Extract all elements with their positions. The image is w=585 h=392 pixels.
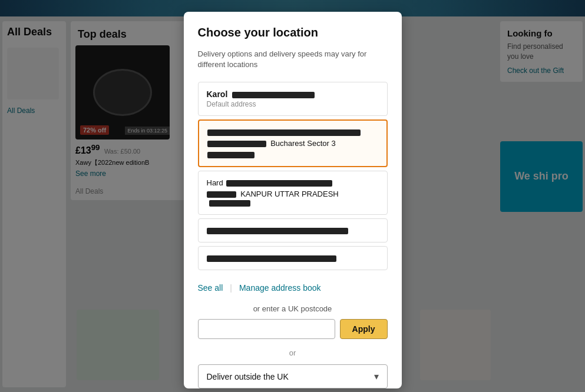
address-list: Karol Default address Bucharest Sector 3 [198,82,388,274]
address-line1 [207,128,378,137]
deliver-outside-label: Deliver outside the UK [207,372,289,381]
chevron-down-icon: ▾ [374,371,379,382]
address-redacted-7 [207,228,348,234]
address-redacted-3 [207,152,255,158]
address-item-selected[interactable]: Bucharest Sector 3 [198,119,388,167]
address-name: Karol [207,89,379,99]
postcode-section: or enter a UK postcode Apply [198,304,388,339]
postcode-input-row: Apply [198,319,388,339]
address-redacted-5 [207,191,236,198]
address-redacted-6 [209,200,250,207]
address-redacted-4 [226,180,332,187]
postcode-input[interactable] [198,319,335,339]
address-redacted-2 [207,141,266,147]
address-line-3-2: KANPUR UTTAR PRADESH [207,190,379,207]
address-line3 [207,150,378,159]
address-item-5[interactable] [198,246,388,270]
modal-title: Choose your location [198,26,388,39]
postcode-label: or enter a UK postcode [198,304,388,313]
address-redacted [232,92,315,98]
address-line-4-1 [207,226,379,235]
address-line2: Bucharest Sector 3 [207,139,378,148]
address-default-label: Default address [207,100,379,108]
deliver-outside-dropdown[interactable]: Deliver outside the UK ▾ [198,364,388,388]
location-modal: Choose your location Delivery options an… [184,12,402,388]
address-item-3[interactable]: Hard KANPUR UTTAR PRADESH [198,171,388,215]
modal-subtitle: Delivery options and delivery speeds may… [198,49,388,70]
address-line-5-1 [207,254,379,263]
modal-overlay: Choose your location Delivery options an… [0,0,585,392]
address-line-3-1: Hard [207,178,379,187]
address-actions: See all | Manage address book [198,283,388,293]
address-item[interactable]: Karol Default address [198,82,388,116]
or-divider: or [198,348,388,357]
address-item-4[interactable] [198,218,388,242]
manage-address-link[interactable]: Manage address book [239,283,321,293]
address-redacted-1 [207,129,361,136]
address-redacted-8 [207,255,336,262]
link-divider: | [230,283,232,293]
apply-button[interactable]: Apply [340,319,388,339]
see-all-link[interactable]: See all [198,283,223,293]
